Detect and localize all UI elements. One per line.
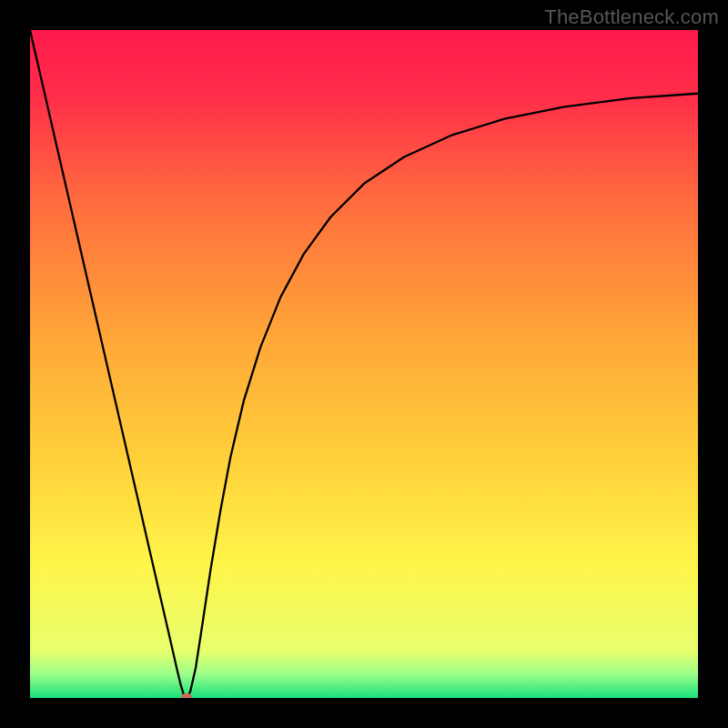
bottleneck-curve-path (30, 30, 698, 698)
curve-svg (30, 30, 698, 698)
chart-frame: TheBottleneck.com (0, 0, 728, 728)
plot-area (30, 30, 698, 698)
watermark-text: TheBottleneck.com (544, 5, 719, 29)
minimum-marker (181, 693, 192, 698)
